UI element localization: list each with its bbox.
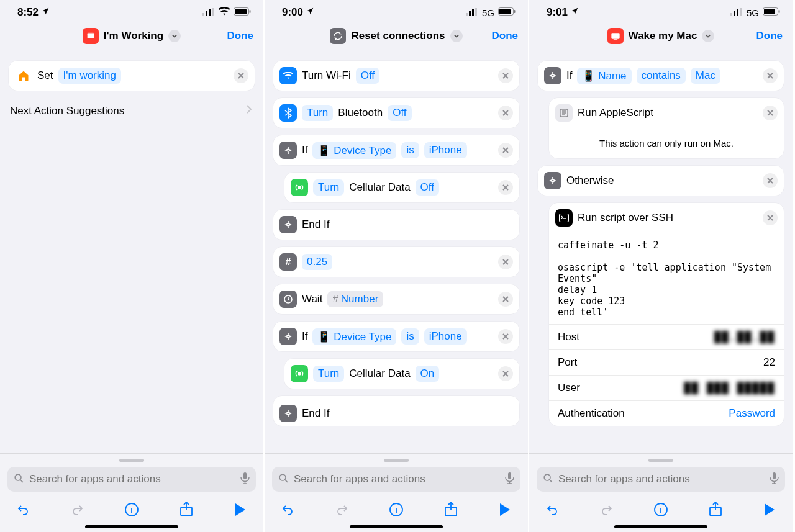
redo-button[interactable] [68, 500, 87, 519]
action-endif-2[interactable]: End If [273, 396, 519, 426]
chevron-down-icon[interactable] [168, 30, 181, 42]
param-turn[interactable]: Turn [313, 179, 344, 196]
undo-button[interactable] [278, 500, 297, 519]
remove-action-button[interactable] [234, 68, 248, 83]
share-button[interactable] [177, 500, 196, 519]
action-bluetooth[interactable]: Turn Bluetooth Off [273, 98, 519, 128]
param-turn[interactable]: Turn [313, 366, 344, 382]
run-button[interactable] [496, 500, 514, 519]
shortcut-title[interactable]: Wake my Mac [607, 28, 715, 44]
action-otherwise[interactable]: Otherwise [538, 166, 784, 196]
action-if-2[interactable]: If 📱 Device Type is iPhone [273, 322, 519, 351]
shortcut-title[interactable]: Reset connections [330, 28, 462, 44]
remove-action-button[interactable] [498, 329, 513, 344]
action-cellular-on[interactable]: Turn Cellular Data On [284, 359, 519, 389]
param[interactable]: Off [388, 105, 411, 121]
remove-action-button[interactable] [498, 180, 513, 195]
action-set[interactable]: Set I'm working [9, 61, 255, 91]
action-lead: Run AppleScript [578, 107, 653, 119]
param[interactable]: Mac [691, 68, 720, 84]
action-if[interactable]: If 📱 Name contains Mac [538, 61, 784, 91]
remove-action-button[interactable] [498, 143, 513, 158]
field-value[interactable]: 22 [763, 356, 775, 369]
param[interactable]: is [401, 142, 419, 158]
ssh-port-row[interactable]: Port 22 [549, 349, 784, 375]
chevron-down-icon[interactable] [450, 30, 463, 42]
sheet-grabber[interactable] [648, 459, 673, 462]
remove-action-button[interactable] [498, 68, 513, 83]
param[interactable]: is [401, 328, 419, 345]
action-ssh[interactable]: Run script over SSH caffeinate -u -t 2 o… [549, 203, 784, 426]
undo-button[interactable] [543, 500, 561, 519]
field-value[interactable]: Password [729, 407, 775, 420]
action-wait[interactable]: Wait ## Number Number [273, 284, 519, 314]
suggestions-label: Next Action Suggestions [10, 105, 124, 117]
param[interactable]: iPhone [424, 328, 467, 345]
mic-icon[interactable] [770, 472, 779, 487]
toolbar [7, 492, 256, 520]
ssh-host-row[interactable]: Host ██.██.██ [549, 324, 784, 349]
search-input[interactable] [558, 473, 765, 485]
ssh-user-row[interactable]: User ██ ███ █████ [549, 375, 784, 400]
param-scene[interactable]: I'm working [58, 68, 121, 84]
field-value[interactable]: ██ ███ █████ [684, 382, 775, 394]
remove-action-button[interactable] [498, 255, 513, 269]
info-button[interactable] [122, 500, 141, 519]
search-field[interactable] [7, 467, 256, 492]
action-applescript[interactable]: Run AppleScript This action can only run… [549, 98, 784, 158]
ssh-script[interactable]: caffeinate -u -t 2 osascript -e 'tell ap… [549, 233, 784, 324]
param-number-var[interactable]: ## Number Number [327, 291, 383, 307]
param[interactable]: 📱 Device Type [312, 328, 396, 345]
sheet-grabber[interactable] [119, 459, 144, 462]
info-button[interactable] [387, 500, 406, 519]
run-button[interactable] [231, 500, 250, 519]
param[interactable]: Off [416, 179, 439, 196]
done-button[interactable]: Done [492, 20, 519, 52]
sheet-grabber[interactable] [384, 459, 409, 462]
search-field[interactable] [537, 467, 785, 492]
search-input[interactable] [29, 473, 235, 485]
action-wifi[interactable]: Turn Wi-Fi Off [273, 61, 519, 91]
param[interactable]: 📱 Device Type [312, 142, 396, 159]
redo-button[interactable] [333, 500, 352, 519]
param[interactable]: 📱 Name [577, 68, 631, 84]
remove-action-button[interactable] [763, 173, 778, 188]
chevron-down-icon[interactable] [702, 30, 714, 42]
shortcut-title[interactable]: I'm Working [83, 28, 181, 44]
param[interactable]: On [416, 366, 440, 382]
ssh-auth-row[interactable]: Authentication Password [549, 400, 784, 426]
remove-action-button[interactable] [763, 106, 778, 120]
action-cellular-off[interactable]: Turn Cellular Data Off [284, 173, 519, 202]
remove-action-button[interactable] [498, 366, 513, 381]
run-button[interactable] [760, 500, 779, 519]
param[interactable]: 0.25 [302, 254, 332, 270]
branch-icon [279, 216, 297, 233]
remove-action-button[interactable] [498, 292, 513, 307]
share-button[interactable] [442, 500, 460, 519]
undo-button[interactable] [14, 500, 32, 519]
remove-action-button[interactable] [763, 68, 778, 83]
redo-button[interactable] [597, 500, 616, 519]
param[interactable]: Off [356, 68, 379, 84]
search-field[interactable] [272, 467, 520, 492]
action-if[interactable]: If 📱 Device Type is iPhone [273, 135, 519, 165]
field-value[interactable]: ██.██.██ [714, 331, 775, 343]
branch-icon [279, 328, 297, 345]
mic-icon[interactable] [505, 472, 514, 487]
search-input[interactable] [294, 473, 500, 485]
remove-action-button[interactable] [763, 210, 778, 225]
mic-icon[interactable] [240, 472, 250, 487]
done-button[interactable]: Done [227, 20, 254, 52]
action-endif[interactable]: End If [273, 210, 519, 240]
applescript-icon [555, 104, 573, 122]
info-button[interactable] [652, 500, 670, 519]
param[interactable]: iPhone [424, 142, 467, 158]
remove-action-button[interactable] [498, 106, 513, 120]
param[interactable]: contains [637, 68, 686, 84]
done-button[interactable]: Done [756, 20, 783, 52]
share-button[interactable] [706, 500, 725, 519]
next-action-suggestions[interactable]: Next Action Suggestions [9, 98, 255, 124]
param-turn[interactable]: Turn [302, 105, 333, 121]
branch-icon [544, 172, 561, 189]
action-number[interactable]: # 0.25 [273, 247, 519, 277]
